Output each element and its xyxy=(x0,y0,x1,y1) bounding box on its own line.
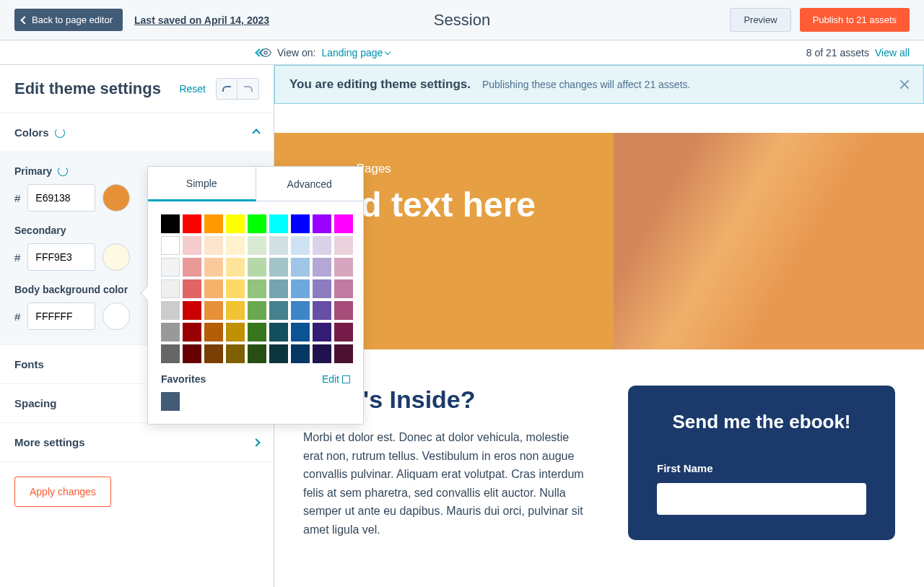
publish-button[interactable]: Publish to 21 assets xyxy=(800,8,910,32)
color-cell[interactable] xyxy=(291,214,310,233)
color-cell[interactable] xyxy=(226,301,245,320)
color-cell[interactable] xyxy=(248,344,266,363)
hash-symbol: # xyxy=(14,310,20,323)
color-cell[interactable] xyxy=(291,258,310,277)
close-icon[interactable] xyxy=(899,79,910,90)
color-cell[interactable] xyxy=(161,344,180,363)
picker-tab-advanced[interactable]: Advanced xyxy=(256,167,364,201)
primary-hex-input[interactable] xyxy=(27,184,95,212)
color-cell[interactable] xyxy=(334,236,353,255)
color-cell[interactable] xyxy=(269,279,288,298)
view-on-dropdown[interactable]: Landing page xyxy=(321,47,390,58)
color-cell[interactable] xyxy=(204,214,223,233)
color-cell[interactable] xyxy=(248,236,266,255)
color-cell[interactable] xyxy=(161,301,180,320)
page-title: Session xyxy=(434,11,490,30)
color-cell[interactable] xyxy=(334,344,353,363)
color-cell[interactable] xyxy=(226,323,245,342)
color-cell[interactable] xyxy=(183,279,201,298)
color-picker-popover: Simple Advanced Favorites Edit xyxy=(147,166,364,425)
color-cell[interactable] xyxy=(161,323,180,342)
reset-link[interactable]: Reset xyxy=(179,83,206,95)
color-cell[interactable] xyxy=(291,279,310,298)
color-cell[interactable] xyxy=(313,279,331,298)
more-settings-section-header[interactable]: More settings xyxy=(0,423,274,461)
color-cell[interactable] xyxy=(313,301,331,320)
color-cell[interactable] xyxy=(291,236,310,255)
color-cell[interactable] xyxy=(248,214,266,233)
color-cell[interactable] xyxy=(183,301,201,320)
body-bg-hex-input[interactable] xyxy=(27,303,95,330)
color-cell[interactable] xyxy=(313,214,331,233)
body-bg-swatch[interactable] xyxy=(103,303,130,330)
favorite-color-swatch[interactable] xyxy=(161,392,180,411)
color-cell[interactable] xyxy=(226,344,245,363)
color-cell[interactable] xyxy=(313,323,331,342)
refresh-icon xyxy=(55,128,65,138)
color-cell[interactable] xyxy=(161,214,180,233)
color-cell[interactable] xyxy=(334,323,353,342)
favorites-edit-link[interactable]: Edit xyxy=(322,373,350,385)
view-all-link[interactable]: View all xyxy=(875,47,910,58)
color-cell[interactable] xyxy=(204,323,223,342)
primary-label: Primary xyxy=(14,165,52,177)
picker-tab-simple[interactable]: Simple xyxy=(148,167,256,201)
color-cell[interactable] xyxy=(313,236,331,255)
form-input-firstname[interactable] xyxy=(657,483,866,515)
color-cell[interactable] xyxy=(161,236,180,255)
color-cell[interactable] xyxy=(269,301,288,320)
color-cell[interactable] xyxy=(226,214,245,233)
colors-label: Colors xyxy=(14,126,49,139)
color-cell[interactable] xyxy=(204,301,223,320)
color-cell[interactable] xyxy=(248,279,266,298)
chevron-up-icon xyxy=(252,129,260,136)
color-cell[interactable] xyxy=(183,344,201,363)
primary-swatch[interactable] xyxy=(103,184,130,212)
back-button[interactable]: Back to page editor xyxy=(14,9,123,31)
color-cell[interactable] xyxy=(161,258,180,277)
color-cell[interactable] xyxy=(161,279,180,298)
color-cell[interactable] xyxy=(334,214,353,233)
notice-text: Publishing these changes will affect 21 … xyxy=(482,79,690,90)
color-cell[interactable] xyxy=(226,258,245,277)
color-cell[interactable] xyxy=(269,214,288,233)
secondary-swatch[interactable] xyxy=(103,243,130,271)
refresh-icon xyxy=(58,166,68,176)
last-saved-link[interactable]: Last saved on April 14, 2023 xyxy=(134,14,269,26)
color-cell[interactable] xyxy=(269,344,288,363)
color-cell[interactable] xyxy=(204,279,223,298)
secondary-hex-input[interactable] xyxy=(27,243,95,271)
chevron-right-icon xyxy=(252,438,260,446)
color-cell[interactable] xyxy=(204,258,223,277)
color-cell[interactable] xyxy=(248,323,266,342)
color-cell[interactable] xyxy=(313,258,331,277)
apply-changes-button[interactable]: Apply changes xyxy=(14,477,111,507)
preview-button[interactable]: Preview xyxy=(730,8,790,32)
undo-button[interactable] xyxy=(216,78,237,100)
color-cell[interactable] xyxy=(334,258,353,277)
sidebar: Edit theme settings Reset Colors Primary… xyxy=(0,65,274,587)
color-cell[interactable] xyxy=(313,344,331,363)
color-cell[interactable] xyxy=(183,323,201,342)
color-cell[interactable] xyxy=(226,236,245,255)
color-cell[interactable] xyxy=(334,279,353,298)
color-cell[interactable] xyxy=(248,301,266,320)
color-cell[interactable] xyxy=(183,236,201,255)
color-cell[interactable] xyxy=(248,258,266,277)
color-cell[interactable] xyxy=(226,279,245,298)
color-cell[interactable] xyxy=(269,323,288,342)
color-cell[interactable] xyxy=(269,236,288,255)
colors-section-header[interactable]: Colors xyxy=(0,113,274,152)
color-cell[interactable] xyxy=(183,258,201,277)
color-cell[interactable] xyxy=(291,344,310,363)
hero-image xyxy=(614,133,924,349)
color-cell[interactable] xyxy=(269,258,288,277)
color-cell[interactable] xyxy=(183,214,201,233)
color-cell[interactable] xyxy=(291,301,310,320)
color-cell[interactable] xyxy=(204,236,223,255)
color-cell[interactable] xyxy=(334,301,353,320)
collapse-sidebar-button[interactable] xyxy=(0,50,274,56)
color-cell[interactable] xyxy=(204,344,223,363)
color-cell[interactable] xyxy=(291,323,310,342)
redo-button[interactable] xyxy=(237,78,259,100)
